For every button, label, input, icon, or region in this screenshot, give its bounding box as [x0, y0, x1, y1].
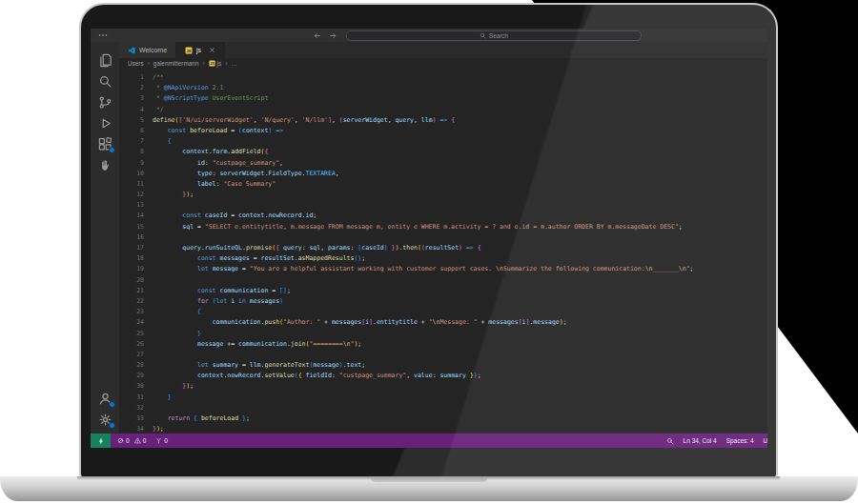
line-number: 5: [119, 115, 144, 126]
breadcrumb-item[interactable]: galenmittermann: [153, 60, 199, 67]
line-number: 21: [119, 286, 144, 296]
search-icon: [480, 32, 486, 39]
breadcrumb-item[interactable]: JSjs: [209, 60, 222, 67]
code-line: label: "Case Summary": [153, 179, 767, 190]
code-line: * @NScriptType UserEventScript: [153, 93, 767, 104]
tab-bar: WelcomeJSjs: [119, 42, 767, 58]
status-search-icon[interactable]: [666, 437, 674, 445]
code-line: return { beforeLoad };: [153, 413, 767, 424]
tab-Welcome[interactable]: Welcome: [119, 42, 176, 58]
title-bar: Search: [91, 29, 767, 42]
cursor-position[interactable]: Ln 34, Col 4: [684, 437, 717, 444]
code-lines[interactable]: /** * @NApiVersion 2.1 * @NScriptType Us…: [144, 72, 767, 433]
lid-notch: [370, 476, 488, 482]
breadcrumb-item[interactable]: Users: [128, 60, 144, 67]
line-number: 30: [119, 381, 144, 392]
line-number: 27: [119, 350, 144, 360]
svg-text:JS: JS: [187, 48, 192, 52]
activity-item-custom-extension[interactable]: [94, 154, 115, 175]
activity-item-search[interactable]: [94, 71, 115, 91]
code-line: });: [153, 381, 767, 392]
activity-item-explorer[interactable]: [94, 50, 115, 71]
activity-item-extensions[interactable]: [94, 133, 115, 154]
code-line: let summary = llm.generateText(message).…: [153, 360, 767, 371]
menu-ellipsis-icon[interactable]: [97, 30, 109, 41]
broadcast-icon: [155, 437, 162, 444]
code-line: });: [153, 424, 767, 433]
code-line: type: serverWidget.FieldType.TEXTAREA,: [153, 169, 767, 179]
problems-status[interactable]: 0 0: [117, 437, 146, 444]
code-line: const beforeLoad = (context) =>: [153, 126, 767, 136]
line-number: 18: [119, 253, 144, 264]
code-line: [153, 350, 767, 360]
tab-js[interactable]: JSjs: [176, 42, 225, 58]
back-arrow-icon[interactable]: [313, 31, 321, 40]
code-line: let message = "You are a helpful assista…: [153, 264, 767, 274]
code-line: /**: [153, 72, 767, 83]
code-line: [153, 232, 767, 243]
code-line: */: [153, 105, 767, 115]
notification-badge: [109, 422, 115, 429]
breadcrumb-separator: ›: [148, 60, 150, 67]
code-line: define(['N/ui/serverWidget', 'N/query', …: [153, 115, 767, 126]
forward-arrow-icon[interactable]: [329, 31, 337, 40]
search-placeholder: Search: [489, 32, 508, 39]
line-number: 10: [119, 169, 144, 179]
gutter: 1234567891011121314151617181920212223242…: [119, 72, 144, 433]
code-line: {: [153, 307, 767, 317]
line-number: 2: [119, 83, 144, 93]
breadcrumb-item[interactable]: …: [231, 60, 236, 67]
activity-item-run-debug[interactable]: [94, 112, 115, 133]
source-control-icon: [98, 95, 112, 110]
ports-count: 0: [164, 437, 168, 444]
line-number: 1: [119, 72, 144, 83]
code-line: * @NApiVersion 2.1: [153, 83, 767, 93]
code-line: const communication = [];: [153, 286, 767, 296]
code-line: }: [153, 329, 767, 339]
line-number: 17: [119, 243, 144, 253]
tab-label: Welcome: [139, 47, 167, 53]
encoding-setting[interactable]: UTF-8: [764, 437, 767, 444]
code-line: [153, 403, 767, 413]
line-number: 4: [119, 105, 144, 115]
line-number: 14: [119, 211, 144, 221]
breadcrumb-separator: ›: [202, 60, 204, 67]
line-number: 28: [119, 360, 144, 371]
line-number: 3: [119, 93, 144, 104]
lightning-icon: [97, 437, 105, 445]
activity-item-source-control[interactable]: [94, 91, 115, 112]
activity-item-accounts[interactable]: [94, 388, 115, 409]
code-line: [153, 200, 767, 211]
notification-badge: [109, 147, 115, 153]
code-line: query.runSuiteQL.promise({ query: sql, p…: [153, 243, 767, 253]
line-number: 8: [119, 147, 144, 157]
svg-text:JS: JS: [210, 62, 214, 66]
js-file-icon: JS: [185, 47, 193, 54]
indentation-setting[interactable]: Spaces: 4: [726, 437, 754, 444]
notification-badge: [109, 401, 115, 408]
run-debug-icon: [98, 116, 112, 131]
breadcrumb-separator: ›: [225, 60, 227, 67]
line-number: 29: [119, 371, 144, 381]
remote-indicator[interactable]: [91, 433, 111, 448]
hand-icon: [98, 158, 112, 172]
breadcrumb[interactable]: Users›galenmittermann›JSjs›…: [119, 58, 767, 69]
close-icon[interactable]: [209, 47, 215, 53]
code-line: {: [153, 136, 767, 147]
editor[interactable]: 1234567891011121314151617181920212223242…: [119, 69, 767, 433]
code-line: [153, 275, 767, 286]
code-line: });: [153, 190, 767, 200]
ports-status[interactable]: 0: [155, 437, 168, 444]
error-count: 0: [126, 437, 130, 444]
activity-item-settings[interactable]: [94, 409, 115, 430]
files-icon: [98, 53, 112, 68]
line-number: 6: [119, 126, 144, 136]
laptop-screen: Search WelcomeJSjs Users›galenmittermann…: [79, 3, 778, 476]
warning-icon: [134, 437, 141, 444]
line-number: 23: [119, 307, 144, 317]
line-number: 9: [119, 158, 144, 169]
search-input[interactable]: Search: [346, 30, 642, 41]
line-number: 31: [119, 393, 144, 403]
tab-label: js: [196, 47, 201, 53]
line-number: 19: [119, 264, 144, 274]
